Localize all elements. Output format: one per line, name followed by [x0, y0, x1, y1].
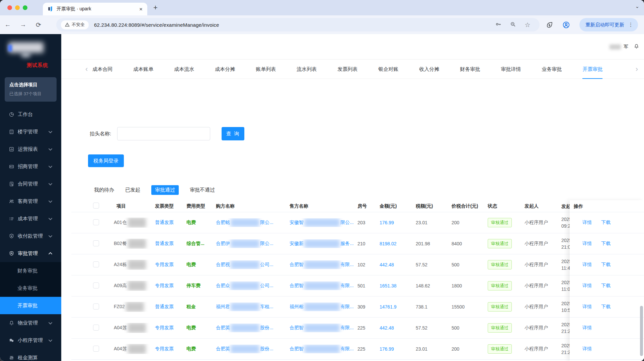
invoice-type-link[interactable]: 专用发票	[155, 283, 186, 289]
maximize-window-button[interactable]	[23, 5, 27, 10]
amount-link[interactable]: 176.99	[380, 346, 416, 352]
row-checkbox[interactable]	[93, 282, 99, 288]
seller-link[interactable]: 合肥智有限...	[290, 324, 357, 332]
amount-link[interactable]: 176.99	[380, 220, 416, 225]
sidebar-item-building[interactable]: 楼宇管理	[0, 123, 61, 140]
minimize-window-button[interactable]	[15, 5, 20, 10]
invoice-type-link[interactable]: 普通发票	[155, 220, 186, 226]
amount-link[interactable]: 8198.02	[380, 241, 416, 246]
detail-link[interactable]: 详情	[582, 241, 592, 247]
url-bar[interactable]: 不安全 62.234.80.224:8089/#/service/examine…	[56, 18, 540, 31]
amount-link[interactable]: 442.48	[380, 325, 416, 331]
detail-link[interactable]: 详情	[582, 262, 592, 268]
seller-link[interactable]: 合肥智有限...	[290, 345, 357, 353]
download-link[interactable]: 下载	[601, 220, 611, 226]
sidebar-item-property[interactable]: 物业管理	[0, 314, 61, 332]
vertical-scrollbar[interactable]	[640, 306, 643, 356]
invoice-type-link[interactable]: 普通发票	[155, 241, 186, 247]
row-checkbox[interactable]	[93, 240, 99, 246]
notification-bell-icon[interactable]	[634, 43, 639, 50]
detail-link[interactable]: 详情	[582, 346, 592, 352]
sidebar-item-merchants[interactable]: 招商管理	[0, 158, 61, 175]
sidebar-item-contracts[interactable]: 合同管理	[0, 175, 61, 193]
sidebar-item-workbench[interactable]: 工作台	[0, 106, 61, 123]
buyer-link[interactable]: 合肥视公司...	[216, 260, 290, 269]
detail-link[interactable]: 详情	[582, 220, 592, 226]
invoice-type-link[interactable]: 普通发票	[155, 304, 186, 310]
close-window-button[interactable]	[7, 5, 12, 10]
invoice-type-link[interactable]: 专用发票	[155, 325, 186, 331]
search-button[interactable]: 查 询	[222, 127, 244, 140]
status-tab-initiated[interactable]: 已发起	[125, 187, 140, 193]
sidebar-item-reports[interactable]: 运营报表	[0, 140, 61, 158]
tab-cost-bill[interactable]: 成本账单	[133, 59, 153, 79]
sidebar-subitem-finance-approval[interactable]: 财务审批	[0, 262, 61, 279]
tab-approval-detail[interactable]: 审批详情	[501, 59, 521, 79]
browser-menu-icon[interactable]: ⋮	[628, 22, 633, 28]
tab-search-chevron-icon[interactable]: ⌄	[635, 3, 639, 9]
select-all-checkbox[interactable]	[93, 203, 99, 209]
download-link[interactable]: 下载	[601, 283, 611, 289]
zoom-out-icon[interactable]	[505, 21, 520, 29]
password-key-icon[interactable]	[491, 21, 505, 29]
tab-income-split[interactable]: 收入分摊	[419, 59, 439, 79]
sidebar-item-cost[interactable]: 成本管理	[0, 210, 61, 227]
sidebar-subitem-business-approval[interactable]: 业务审批	[0, 279, 61, 297]
buyer-link[interactable]: 合肥英股份...	[216, 324, 290, 332]
amount-link[interactable]: 442.48	[380, 262, 416, 267]
tab-finance-approval[interactable]: 财务审批	[460, 59, 480, 79]
energy-saver-icon[interactable]	[544, 19, 555, 30]
invoice-type-link[interactable]: 专用发票	[155, 346, 186, 352]
sidebar-item-payments[interactable]: 收付款管理	[0, 227, 61, 245]
buyer-link[interactable]: 合肥铭限公...	[216, 218, 290, 227]
row-checkbox[interactable]	[93, 325, 99, 331]
download-link[interactable]: 下载	[601, 241, 611, 247]
download-link[interactable]: 下载	[601, 304, 611, 310]
forward-button[interactable]: →	[15, 21, 31, 28]
row-checkbox[interactable]	[93, 219, 99, 225]
project-selector[interactable]: 点击选择项目 已选择 37个项目	[5, 77, 57, 102]
tab-cost-split[interactable]: 成本分摊	[215, 59, 235, 79]
chrome-update-button[interactable]: 重新启动即可更新 ⋮	[579, 18, 638, 31]
buyer-link[interactable]: 合肥伊限公...	[216, 239, 290, 248]
buyer-link[interactable]: 合肥英股份...	[216, 345, 290, 353]
buyer-link[interactable]: 合肥众公司...	[216, 281, 290, 290]
close-tab-icon[interactable]: ×	[139, 6, 143, 12]
row-checkbox[interactable]	[93, 261, 99, 267]
amount-link[interactable]: 1651.38	[380, 283, 416, 288]
tab-invoice-list[interactable]: 发票列表	[337, 59, 357, 79]
status-tab-rejected[interactable]: 审批不通过	[190, 187, 215, 193]
back-button[interactable]: ←	[0, 21, 15, 28]
browser-tab[interactable]: 开票审批 · upark ×	[43, 3, 147, 15]
tab-cost-contract[interactable]: 成本合同	[92, 59, 112, 79]
profile-avatar-icon[interactable]	[560, 19, 572, 30]
status-tab-my-todo[interactable]: 我的待办	[94, 187, 114, 193]
invoice-type-link[interactable]: 专用发票	[155, 262, 186, 268]
reload-button[interactable]: ⟳	[31, 21, 46, 29]
seller-link[interactable]: 安徽智限公...	[290, 218, 357, 227]
seller-link[interactable]: 合肥智有限...	[290, 260, 357, 269]
sidebar-subitem-invoice-approval[interactable]: 开票审批	[0, 297, 61, 314]
tabs-scroll-right-icon[interactable]: ›	[636, 65, 638, 74]
sidebar-item-miniprogram[interactable]: 小程序管理	[0, 332, 61, 349]
download-link[interactable]: 下载	[601, 262, 611, 268]
row-checkbox[interactable]	[93, 346, 99, 352]
detail-link[interactable]: 详情	[582, 283, 592, 289]
tab-business-approval[interactable]: 业务审批	[542, 59, 562, 79]
tab-flow-list[interactable]: 流水列表	[297, 59, 317, 79]
seller-link[interactable]: 福州榕有限...	[290, 303, 357, 311]
tax-bureau-login-button[interactable]: 税务局登录	[88, 154, 124, 167]
tabs-scroll-left-icon[interactable]: ‹	[85, 65, 88, 74]
new-tab-button[interactable]: +	[153, 3, 158, 12]
sidebar-item-rent-calc[interactable]: 租金测算	[0, 349, 61, 361]
detail-link[interactable]: 详情	[582, 304, 592, 310]
bookmark-star-icon[interactable]: ☆	[520, 21, 535, 29]
tab-cost-flow[interactable]: 成本流水	[174, 59, 194, 79]
tab-bank-reconcile[interactable]: 银企对账	[378, 59, 398, 79]
title-name-input[interactable]	[117, 127, 210, 140]
sidebar-item-approvals[interactable]: 审批管理	[0, 245, 61, 262]
buyer-link[interactable]: 福州君车租...	[216, 303, 290, 311]
row-checkbox[interactable]	[93, 304, 99, 310]
security-chip[interactable]: 不安全	[61, 20, 89, 29]
detail-link[interactable]: 详情	[582, 325, 592, 331]
